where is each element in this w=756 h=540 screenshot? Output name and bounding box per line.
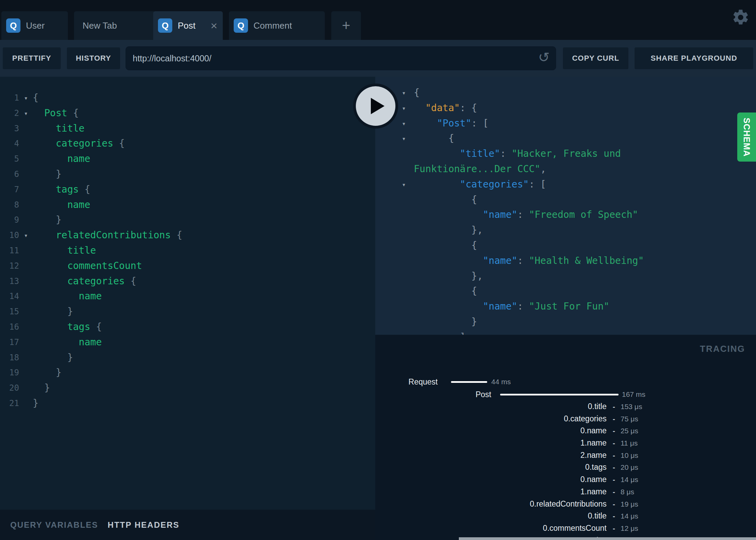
code-token: categories [56, 138, 113, 149]
editor-line: 20} [0, 380, 375, 396]
line-number: 11 [0, 243, 19, 258]
close-icon[interactable]: × [210, 20, 217, 31]
tab-user[interactable]: Q User [1, 11, 68, 40]
tracing-panel: TRACING Request 44 ms Post 167 ms 0.titl… [375, 335, 756, 540]
response-line: ▾"data": { [375, 101, 756, 116]
code-token: "Just For Fun" [529, 301, 609, 312]
fold-toggle-icon[interactable]: ▾ [402, 85, 414, 101]
prettify-button[interactable]: PRETTIFY [3, 47, 61, 69]
fold-toggle-icon[interactable]: ▾ [402, 116, 414, 131]
code-token: { [79, 184, 90, 195]
fold-toggle-icon[interactable]: ▾ [19, 106, 33, 121]
reload-icon[interactable]: ↺ [538, 49, 550, 65]
code-line: { [414, 238, 477, 253]
http-headers-tab[interactable]: HTTP HEADERS [108, 520, 179, 530]
fold-toggle-icon [19, 182, 33, 197]
toolbar: PRETTIFY HISTORY ↺ COPY CURL SHARE PLAYG… [0, 40, 756, 77]
code-token: Post [44, 107, 67, 119]
trace-time: 8 μs [621, 486, 634, 498]
trace-time: 10 μs [621, 449, 638, 462]
trace-label: 0.tags [375, 461, 607, 474]
code-token: title [67, 245, 96, 256]
response-line: }, [375, 269, 756, 284]
trace-field-row: 0.tags-20 μs [375, 461, 756, 474]
schema-tab[interactable]: SCHEMA [737, 112, 756, 162]
code-line: } [33, 350, 73, 365]
fold-toggle-icon[interactable]: ▾ [19, 228, 33, 243]
execute-query-button[interactable] [353, 84, 398, 129]
trace-field-row: 0.title-14 μs [375, 510, 756, 522]
query-variables-tab[interactable]: QUERY VARIABLES [10, 520, 98, 530]
tab-comment[interactable]: Q Comment [229, 11, 325, 40]
fold-toggle-icon[interactable]: ▾ [402, 131, 414, 146]
code-token: "name" [483, 301, 517, 312]
code-line: } [33, 365, 61, 380]
line-number: 5 [0, 151, 19, 167]
code-token: } [56, 367, 61, 378]
editor-line: 3title [0, 121, 375, 136]
code-token: { [171, 229, 183, 241]
tab-label: User [26, 20, 45, 31]
editor-line: 6} [0, 167, 375, 182]
horizontal-scrollbar[interactable] [459, 537, 756, 540]
code-line: } [414, 314, 477, 330]
history-button[interactable]: HISTORY [67, 47, 120, 69]
query-editor[interactable]: 1▾{2▾Post {3title4categories {5name6}7ta… [0, 77, 375, 510]
trace-dash: - [613, 425, 615, 437]
code-line: commentsCount [33, 258, 142, 274]
code-token: } [67, 306, 73, 317]
code-token: name [79, 336, 102, 348]
fold-toggle-icon [402, 223, 414, 238]
copy-curl-button[interactable]: COPY CURL [563, 47, 628, 69]
trace-dash: - [613, 510, 615, 522]
trace-label: Post [375, 388, 491, 401]
line-number: 3 [0, 121, 19, 136]
add-tab-button[interactable]: + [331, 11, 361, 40]
settings-gear-icon[interactable] [731, 8, 750, 27]
editor-line: 15} [0, 304, 375, 319]
line-number: 2 [0, 106, 19, 121]
trace-field-row: 1.name-11 μs [375, 437, 756, 449]
code-token: "Hacker, Freaks und [512, 148, 621, 159]
fold-toggle-icon [402, 330, 414, 335]
fold-toggle-icon[interactable]: ▾ [402, 177, 414, 192]
code-line: Funktionäre...Der CCC", [414, 162, 546, 177]
fold-toggle-icon [402, 314, 414, 330]
code-token: "categories" [460, 179, 529, 190]
code-token: relatedContributions [56, 229, 171, 241]
response-line: Funktionäre...Der CCC", [375, 162, 756, 177]
trace-label: 0.name [375, 425, 607, 437]
fold-toggle-icon [402, 146, 414, 162]
line-number: 20 [0, 380, 19, 396]
code-token: name [79, 290, 102, 302]
editor-line: 13categories { [0, 274, 375, 289]
line-number: 12 [0, 258, 19, 274]
code-line: } [33, 167, 61, 182]
editor-line: 5name [0, 151, 375, 167]
line-number: 14 [0, 289, 19, 304]
fold-toggle-icon [402, 299, 414, 314]
trace-time: 20 μs [621, 461, 638, 474]
editor-line: 12commentsCount [0, 258, 375, 274]
fold-toggle-icon [19, 304, 33, 319]
line-number: 8 [0, 197, 19, 213]
trace-label: 0.name [375, 474, 607, 486]
fold-toggle-icon[interactable]: ▾ [402, 101, 414, 116]
editor-line: 19} [0, 365, 375, 380]
code-token: categories [67, 275, 125, 287]
fold-toggle-icon [19, 396, 33, 411]
tab-post[interactable]: Q Post × [153, 11, 223, 40]
tab-new-tab[interactable]: New Tab [74, 11, 156, 40]
play-icon [356, 86, 395, 126]
editor-line: 21} [0, 396, 375, 411]
query-badge-icon: Q [234, 18, 248, 33]
share-playground-button[interactable]: SHARE PLAYGROUND [635, 47, 753, 69]
trace-time: 14 μs [621, 474, 638, 486]
code-token: { [448, 133, 454, 144]
code-line: title [33, 121, 85, 136]
endpoint-url-input[interactable] [126, 53, 526, 64]
code-token: } [33, 397, 39, 409]
fold-toggle-icon[interactable]: ▾ [19, 90, 33, 106]
code-token: { [67, 107, 79, 119]
code-token: tags [56, 184, 78, 195]
